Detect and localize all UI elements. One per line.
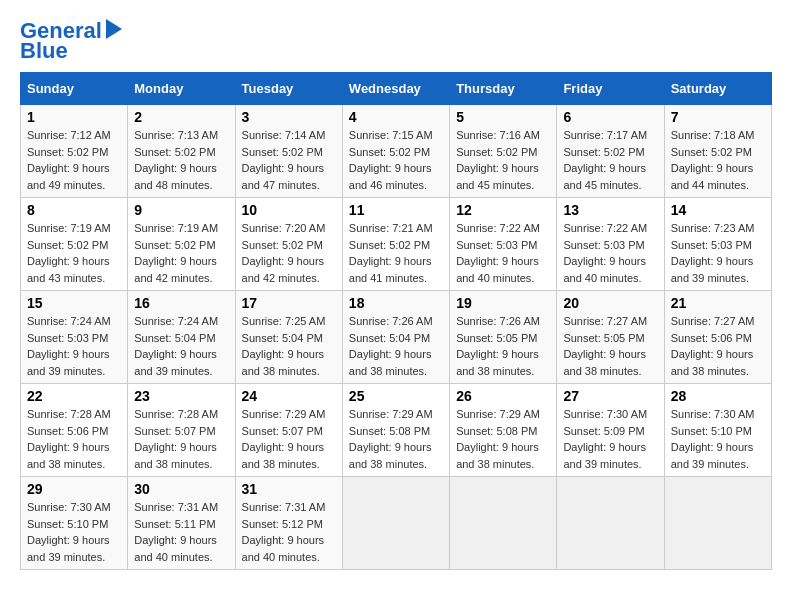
day-number: 19 <box>456 295 550 311</box>
day-info: Sunrise: 7:19 AM Sunset: 5:02 PM Dayligh… <box>27 220 121 286</box>
calendar-cell: 29 Sunrise: 7:30 AM Sunset: 5:10 PM Dayl… <box>21 477 128 570</box>
calendar-cell: 3 Sunrise: 7:14 AM Sunset: 5:02 PM Dayli… <box>235 105 342 198</box>
calendar-cell: 7 Sunrise: 7:18 AM Sunset: 5:02 PM Dayli… <box>664 105 771 198</box>
day-number: 4 <box>349 109 443 125</box>
day-number: 21 <box>671 295 765 311</box>
day-info: Sunrise: 7:19 AM Sunset: 5:02 PM Dayligh… <box>134 220 228 286</box>
day-info: Sunrise: 7:25 AM Sunset: 5:04 PM Dayligh… <box>242 313 336 379</box>
day-info: Sunrise: 7:28 AM Sunset: 5:07 PM Dayligh… <box>134 406 228 472</box>
day-info: Sunrise: 7:31 AM Sunset: 5:12 PM Dayligh… <box>242 499 336 565</box>
day-number: 30 <box>134 481 228 497</box>
day-number: 31 <box>242 481 336 497</box>
day-number: 26 <box>456 388 550 404</box>
calendar-cell: 26 Sunrise: 7:29 AM Sunset: 5:08 PM Dayl… <box>450 384 557 477</box>
day-info: Sunrise: 7:18 AM Sunset: 5:02 PM Dayligh… <box>671 127 765 193</box>
day-number: 10 <box>242 202 336 218</box>
calendar-cell: 25 Sunrise: 7:29 AM Sunset: 5:08 PM Dayl… <box>342 384 449 477</box>
calendar-cell: 8 Sunrise: 7:19 AM Sunset: 5:02 PM Dayli… <box>21 198 128 291</box>
day-info: Sunrise: 7:22 AM Sunset: 5:03 PM Dayligh… <box>456 220 550 286</box>
calendar-cell: 6 Sunrise: 7:17 AM Sunset: 5:02 PM Dayli… <box>557 105 664 198</box>
day-number: 14 <box>671 202 765 218</box>
col-header-tuesday: Tuesday <box>235 73 342 105</box>
page-header: General Blue <box>20 20 772 62</box>
col-header-friday: Friday <box>557 73 664 105</box>
logo-blue-text: Blue <box>20 40 68 62</box>
day-number: 3 <box>242 109 336 125</box>
calendar-cell <box>450 477 557 570</box>
calendar-cell: 9 Sunrise: 7:19 AM Sunset: 5:02 PM Dayli… <box>128 198 235 291</box>
calendar-cell: 2 Sunrise: 7:13 AM Sunset: 5:02 PM Dayli… <box>128 105 235 198</box>
day-number: 17 <box>242 295 336 311</box>
calendar-cell: 23 Sunrise: 7:28 AM Sunset: 5:07 PM Dayl… <box>128 384 235 477</box>
col-header-monday: Monday <box>128 73 235 105</box>
day-info: Sunrise: 7:14 AM Sunset: 5:02 PM Dayligh… <box>242 127 336 193</box>
calendar-cell <box>664 477 771 570</box>
day-number: 18 <box>349 295 443 311</box>
day-info: Sunrise: 7:24 AM Sunset: 5:03 PM Dayligh… <box>27 313 121 379</box>
day-info: Sunrise: 7:15 AM Sunset: 5:02 PM Dayligh… <box>349 127 443 193</box>
calendar-cell: 18 Sunrise: 7:26 AM Sunset: 5:04 PM Dayl… <box>342 291 449 384</box>
day-info: Sunrise: 7:13 AM Sunset: 5:02 PM Dayligh… <box>134 127 228 193</box>
day-info: Sunrise: 7:17 AM Sunset: 5:02 PM Dayligh… <box>563 127 657 193</box>
calendar-cell: 30 Sunrise: 7:31 AM Sunset: 5:11 PM Dayl… <box>128 477 235 570</box>
day-number: 6 <box>563 109 657 125</box>
day-number: 12 <box>456 202 550 218</box>
calendar-cell: 13 Sunrise: 7:22 AM Sunset: 5:03 PM Dayl… <box>557 198 664 291</box>
day-info: Sunrise: 7:30 AM Sunset: 5:10 PM Dayligh… <box>671 406 765 472</box>
day-info: Sunrise: 7:20 AM Sunset: 5:02 PM Dayligh… <box>242 220 336 286</box>
calendar-cell: 24 Sunrise: 7:29 AM Sunset: 5:07 PM Dayl… <box>235 384 342 477</box>
day-info: Sunrise: 7:24 AM Sunset: 5:04 PM Dayligh… <box>134 313 228 379</box>
day-number: 8 <box>27 202 121 218</box>
day-info: Sunrise: 7:27 AM Sunset: 5:06 PM Dayligh… <box>671 313 765 379</box>
day-info: Sunrise: 7:27 AM Sunset: 5:05 PM Dayligh… <box>563 313 657 379</box>
day-number: 22 <box>27 388 121 404</box>
day-info: Sunrise: 7:12 AM Sunset: 5:02 PM Dayligh… <box>27 127 121 193</box>
day-info: Sunrise: 7:30 AM Sunset: 5:10 PM Dayligh… <box>27 499 121 565</box>
day-number: 9 <box>134 202 228 218</box>
day-info: Sunrise: 7:29 AM Sunset: 5:08 PM Dayligh… <box>456 406 550 472</box>
day-number: 29 <box>27 481 121 497</box>
calendar-cell: 10 Sunrise: 7:20 AM Sunset: 5:02 PM Dayl… <box>235 198 342 291</box>
day-number: 23 <box>134 388 228 404</box>
col-header-sunday: Sunday <box>21 73 128 105</box>
calendar-cell: 17 Sunrise: 7:25 AM Sunset: 5:04 PM Dayl… <box>235 291 342 384</box>
calendar-cell: 21 Sunrise: 7:27 AM Sunset: 5:06 PM Dayl… <box>664 291 771 384</box>
day-number: 20 <box>563 295 657 311</box>
calendar-cell: 4 Sunrise: 7:15 AM Sunset: 5:02 PM Dayli… <box>342 105 449 198</box>
day-number: 25 <box>349 388 443 404</box>
day-info: Sunrise: 7:26 AM Sunset: 5:05 PM Dayligh… <box>456 313 550 379</box>
col-header-thursday: Thursday <box>450 73 557 105</box>
day-number: 28 <box>671 388 765 404</box>
day-number: 11 <box>349 202 443 218</box>
calendar-cell: 31 Sunrise: 7:31 AM Sunset: 5:12 PM Dayl… <box>235 477 342 570</box>
day-number: 13 <box>563 202 657 218</box>
col-header-wednesday: Wednesday <box>342 73 449 105</box>
day-info: Sunrise: 7:31 AM Sunset: 5:11 PM Dayligh… <box>134 499 228 565</box>
day-info: Sunrise: 7:30 AM Sunset: 5:09 PM Dayligh… <box>563 406 657 472</box>
day-info: Sunrise: 7:29 AM Sunset: 5:08 PM Dayligh… <box>349 406 443 472</box>
calendar-cell: 5 Sunrise: 7:16 AM Sunset: 5:02 PM Dayli… <box>450 105 557 198</box>
calendar-cell: 22 Sunrise: 7:28 AM Sunset: 5:06 PM Dayl… <box>21 384 128 477</box>
day-info: Sunrise: 7:16 AM Sunset: 5:02 PM Dayligh… <box>456 127 550 193</box>
calendar-cell: 12 Sunrise: 7:22 AM Sunset: 5:03 PM Dayl… <box>450 198 557 291</box>
calendar-cell <box>342 477 449 570</box>
day-info: Sunrise: 7:28 AM Sunset: 5:06 PM Dayligh… <box>27 406 121 472</box>
day-number: 15 <box>27 295 121 311</box>
day-info: Sunrise: 7:26 AM Sunset: 5:04 PM Dayligh… <box>349 313 443 379</box>
day-number: 1 <box>27 109 121 125</box>
day-number: 27 <box>563 388 657 404</box>
calendar-cell: 28 Sunrise: 7:30 AM Sunset: 5:10 PM Dayl… <box>664 384 771 477</box>
day-number: 7 <box>671 109 765 125</box>
col-header-saturday: Saturday <box>664 73 771 105</box>
logo-arrow-icon <box>106 19 122 39</box>
calendar-cell: 20 Sunrise: 7:27 AM Sunset: 5:05 PM Dayl… <box>557 291 664 384</box>
calendar-cell: 14 Sunrise: 7:23 AM Sunset: 5:03 PM Dayl… <box>664 198 771 291</box>
calendar-cell: 27 Sunrise: 7:30 AM Sunset: 5:09 PM Dayl… <box>557 384 664 477</box>
logo: General Blue <box>20 20 122 62</box>
day-number: 16 <box>134 295 228 311</box>
calendar-cell: 16 Sunrise: 7:24 AM Sunset: 5:04 PM Dayl… <box>128 291 235 384</box>
calendar-cell: 15 Sunrise: 7:24 AM Sunset: 5:03 PM Dayl… <box>21 291 128 384</box>
day-info: Sunrise: 7:23 AM Sunset: 5:03 PM Dayligh… <box>671 220 765 286</box>
calendar-cell: 19 Sunrise: 7:26 AM Sunset: 5:05 PM Dayl… <box>450 291 557 384</box>
day-info: Sunrise: 7:29 AM Sunset: 5:07 PM Dayligh… <box>242 406 336 472</box>
